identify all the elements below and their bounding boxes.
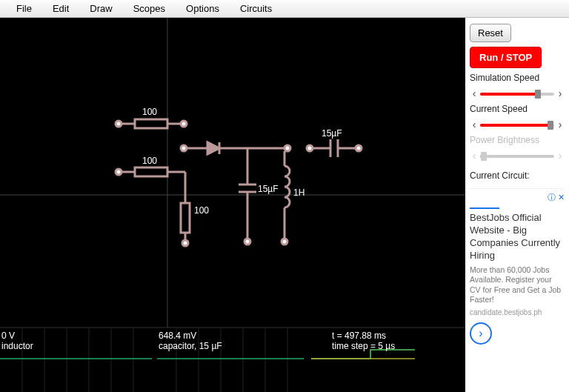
svg-point-30 — [182, 240, 188, 246]
menu-file[interactable]: File — [6, 0, 42, 17]
chevron-right-icon[interactable]: › — [556, 87, 565, 99]
scope-left-line2: inductor — [1, 341, 33, 351]
ad-block: ⓘ ✕ BestJobs Official Website - Big Comp… — [470, 188, 565, 345]
svg-point-21 — [181, 121, 187, 127]
power-brightness-label: Power Brightness — [470, 135, 565, 145]
ad-body: More than 60,000 Jobs Available. Registe… — [470, 265, 565, 306]
svg-point-45 — [307, 145, 313, 151]
current-speed-slider[interactable]: ‹ › — [470, 119, 565, 130]
svg-point-50 — [356, 145, 362, 151]
circuit-canvas[interactable]: 100 100 100 15µF 15µF 1H 0 V inductor 64… — [0, 18, 465, 392]
scope-left-line1: 0 V — [1, 330, 15, 341]
menu-draw[interactable]: Draw — [79, 0, 122, 17]
svg-point-17 — [116, 121, 122, 127]
ad-url[interactable]: candidate.bestjobs.ph — [470, 308, 565, 316]
chevron-right-icon[interactable]: › — [556, 119, 565, 130]
sidebar: Reset Run / STOP Simulation Speed ‹ › Cu… — [465, 18, 569, 392]
scope-right-line1: t = 497.88 ms — [332, 330, 386, 341]
scope-right-line2: time step = 5 µs — [332, 341, 395, 351]
menu-options[interactable]: Options — [176, 0, 230, 17]
ad-title[interactable]: BestJobs Official Website - Big Companie… — [470, 212, 565, 262]
menubar: File Edit Draw Scopes Options Circuits — [0, 0, 569, 18]
current-circuit-label: Current Circuit: — [470, 170, 565, 181]
svg-marker-33 — [207, 142, 219, 154]
svg-point-36 — [284, 145, 290, 151]
menu-scopes[interactable]: Scopes — [123, 0, 176, 17]
svg-point-44 — [282, 239, 287, 245]
ad-info-icon[interactable]: ⓘ ✕ — [470, 192, 565, 203]
svg-rect-19 — [135, 119, 167, 128]
label-r1: 100 — [142, 107, 157, 117]
chevron-left-icon[interactable]: ‹ — [470, 119, 479, 130]
current-speed-label: Current Speed — [470, 104, 565, 114]
label-r3: 100 — [194, 205, 209, 216]
svg-rect-24 — [135, 167, 167, 176]
chevron-left-icon[interactable]: ‹ — [470, 87, 479, 99]
chevron-left-icon[interactable]: ‹ — [470, 150, 479, 162]
sim-speed-slider[interactable]: ‹ › — [470, 87, 565, 99]
label-l1: 1H — [293, 187, 305, 198]
label-c2: 15µF — [322, 128, 342, 139]
reset-button[interactable]: Reset — [470, 24, 511, 42]
label-r2: 100 — [142, 156, 157, 166]
label-c1: 15µF — [258, 184, 279, 194]
ad-divider — [470, 207, 499, 209]
run-stop-button[interactable]: Run / STOP — [470, 47, 542, 68]
ad-arrow-icon[interactable]: › — [470, 322, 492, 345]
svg-point-22 — [116, 169, 122, 175]
scope-mid-line2: capacitor, 15 µF — [159, 341, 222, 351]
power-brightness-slider[interactable]: ‹ › — [470, 150, 565, 162]
svg-point-32 — [181, 145, 187, 151]
svg-point-41 — [244, 239, 250, 245]
menu-circuits[interactable]: Circuits — [230, 0, 282, 17]
sim-speed-label: Simulation Speed — [470, 73, 565, 83]
chevron-right-icon[interactable]: › — [556, 150, 565, 162]
scope-mid-line1: 648.4 mV — [159, 330, 196, 341]
menu-edit[interactable]: Edit — [42, 0, 79, 17]
svg-rect-28 — [181, 203, 190, 233]
